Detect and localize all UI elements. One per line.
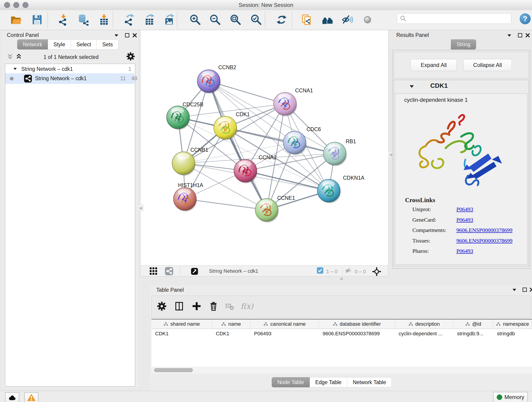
tab-node-table[interactable]: Node Table: [272, 377, 310, 387]
export-network-icon[interactable]: [123, 13, 136, 26]
table-cell[interactable]: stringdb:9...: [453, 329, 493, 338]
tab-style[interactable]: Style: [48, 39, 71, 50]
bottom-splitter-handle[interactable]: [338, 277, 344, 281]
node-CDC6[interactable]: CDC6: [283, 126, 321, 155]
show-columns-icon[interactable]: [173, 300, 185, 312]
tab-network-table[interactable]: Network Table: [347, 377, 392, 387]
edge-CCNA2-CDKN1A[interactable]: [245, 171, 329, 191]
render-eye-icon[interactable]: [361, 13, 374, 26]
left-splitter-handle[interactable]: [138, 205, 143, 211]
column-header-database-identifier[interactable]: database identifier: [319, 319, 395, 329]
birdseye-grid-icon[interactable]: [149, 267, 158, 275]
crosslink-link[interactable]: P06493: [456, 248, 473, 254]
table-panel-float-icon[interactable]: [522, 287, 527, 292]
edge-CCNB2-CCNE1[interactable]: [209, 81, 267, 210]
crosslink-link[interactable]: 9606.ENSP00000378699: [456, 238, 513, 244]
home-icon[interactable]: [321, 13, 334, 26]
table-hscrollbar-thumb[interactable]: [154, 368, 193, 372]
node-HIST1H1A[interactable]: HIST1H1A: [173, 182, 203, 211]
tab-string[interactable]: String: [451, 39, 476, 50]
export-table-icon[interactable]: [143, 13, 156, 26]
node-CCNB2[interactable]: CCNB2: [197, 64, 236, 94]
table-cell[interactable]: CDK1: [212, 329, 250, 338]
column-header-shared-name[interactable]: shared name: [152, 319, 212, 329]
add-column-icon[interactable]: [191, 300, 203, 312]
hidden-eye-icon[interactable]: [345, 267, 352, 274]
crosslink-row: Tissues:9606.ENSP00000378699: [412, 238, 522, 245]
table-settings-gear-icon[interactable]: [156, 300, 168, 312]
network-options-gear-icon[interactable]: [126, 52, 135, 61]
control-panel-float-icon[interactable]: [125, 33, 129, 38]
table-cell[interactable]: 9606.ENSP00000378699: [319, 329, 395, 338]
column-header-canonical-name[interactable]: canonical name: [250, 319, 319, 329]
collapse-all-icon[interactable]: [7, 53, 13, 60]
table-hscrollbar-track[interactable]: [152, 367, 532, 374]
table-cell[interactable]: CDK1: [152, 329, 212, 338]
node-CCNB1[interactable]: CCNB1: [172, 147, 208, 176]
crosshair-icon[interactable]: [372, 267, 381, 276]
refresh-icon[interactable]: [275, 13, 288, 26]
table-panel-collapse-icon[interactable]: [513, 289, 516, 291]
column-header-id[interactable]: @id: [453, 319, 493, 329]
table-panel-close-icon[interactable]: [530, 287, 532, 292]
network-tree-selected-row[interactable]: String Network – cdk1 11 48: [5, 73, 134, 84]
network-tree-root-row[interactable]: String Network – cdk1 1: [5, 65, 134, 73]
import-network-file-icon[interactable]: [57, 13, 70, 26]
column-header-description[interactable]: description: [395, 319, 453, 329]
zoom-out-icon[interactable]: [209, 13, 222, 26]
zoom-in-icon[interactable]: [189, 13, 202, 26]
results-panel-float-icon[interactable]: [518, 33, 522, 38]
column-header-name[interactable]: name: [212, 319, 250, 329]
results-panel-collapse-icon[interactable]: [507, 34, 511, 37]
crosslink-link[interactable]: P06493: [456, 217, 473, 223]
delete-column-icon[interactable]: [208, 300, 220, 312]
network-graph[interactable]: CCNB2CCNA1CDC25BCDK1CDC6RB1CCNB1CCNA2CDK…: [140, 30, 388, 265]
table-cell[interactable]: P06493: [250, 329, 319, 338]
gene-collapse-icon[interactable]: [410, 85, 414, 88]
control-panel-close-icon[interactable]: [133, 33, 137, 38]
results-panel-close-icon[interactable]: [525, 33, 530, 38]
table-row[interactable]: CDK1CDK1P064939606.ENSP00000378699cyclin…: [152, 329, 532, 338]
clone-network-icon[interactable]: [300, 13, 313, 26]
crosslink-link[interactable]: 9606.ENSP00000378699: [456, 227, 513, 233]
zoom-selected-icon[interactable]: [250, 13, 263, 26]
tab-edge-table[interactable]: Edge Table: [310, 377, 347, 387]
function-builder-icon[interactable]: f(x): [241, 300, 253, 312]
tree-expand-icon[interactable]: [13, 68, 17, 70]
tab-sets[interactable]: Sets: [97, 39, 119, 50]
open-session-icon[interactable]: [9, 13, 22, 26]
control-panel-collapse-icon[interactable]: [114, 34, 118, 37]
node-RB1[interactable]: RB1: [323, 138, 356, 166]
cloud-button[interactable]: [5, 392, 19, 402]
node-CCNA1[interactable]: CCNA1: [273, 88, 313, 116]
tab-select[interactable]: Select: [71, 39, 97, 50]
network-share-icon[interactable]: [165, 267, 173, 275]
collapse-all-button[interactable]: Collapse All: [463, 59, 512, 71]
toolbar-search-input[interactable]: [397, 13, 511, 24]
expand-all-icon[interactable]: [16, 53, 22, 60]
warning-button[interactable]: [24, 392, 38, 402]
help-icon[interactable]: ?: [520, 13, 531, 24]
table-cell[interactable]: stringdb: [493, 329, 532, 338]
hide-unhide-icon[interactable]: [341, 13, 354, 26]
node-CDKN1A[interactable]: CDKN1A: [317, 175, 365, 203]
save-session-icon[interactable]: [31, 13, 44, 26]
export-image-icon[interactable]: [163, 13, 176, 26]
edge-HIST1H1A-CCNE1[interactable]: [185, 199, 267, 210]
import-network-database-icon[interactable]: [77, 13, 90, 26]
network-canvas[interactable]: CCNB2CCNA1CDC25BCDK1CDC6RB1CCNB1CCNA2CDK…: [140, 30, 389, 265]
node-CDK1[interactable]: CDK1: [214, 111, 250, 140]
warning-icon: [27, 393, 36, 402]
crosslink-link[interactable]: P06493: [456, 206, 473, 212]
import-table-icon[interactable]: [98, 13, 110, 26]
expand-all-button[interactable]: Expand All: [411, 59, 457, 71]
tab-network[interactable]: Network: [17, 39, 48, 50]
crosslink-row: GeneCard:P06493: [412, 217, 522, 225]
memory-button[interactable]: Memory: [493, 392, 528, 402]
column-header-namespace[interactable]: namespace: [493, 319, 532, 329]
zoom-fit-icon[interactable]: [229, 13, 242, 26]
open-in-window-icon[interactable]: [190, 267, 199, 276]
selected-checkbox-icon[interactable]: [317, 267, 323, 274]
clear-table-icon[interactable]: [224, 300, 235, 312]
table-cell[interactable]: cyclin-dependent ...: [395, 329, 453, 338]
